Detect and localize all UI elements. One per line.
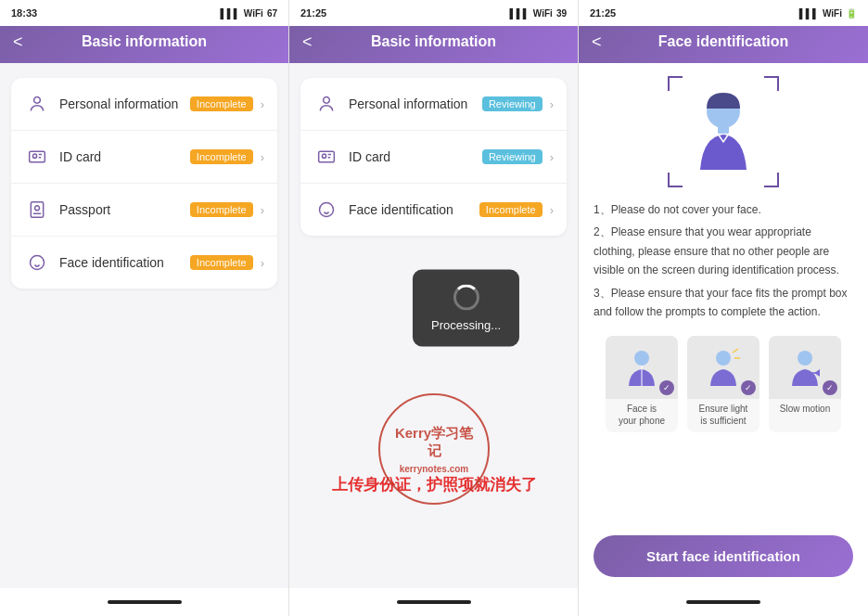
corner-bl — [668, 173, 683, 187]
face-frame — [668, 76, 779, 187]
start-face-id-button[interactable]: Start face identification — [594, 535, 853, 577]
panel-1: 18:33 ▌▌▌ WiFi 67 < Basic information Pe… — [0, 0, 289, 616]
check-slow: ✓ — [823, 380, 837, 395]
corner-tl — [668, 76, 683, 91]
id-icon-2 — [313, 144, 339, 170]
face-icon-2 — [313, 197, 339, 223]
badge-face-1: Incomplete — [190, 255, 253, 270]
status-bar-2: 21:25 ▌▌▌ WiFi 39 — [289, 0, 578, 26]
chevron-p2-2: › — [550, 150, 554, 164]
svg-point-4 — [35, 206, 40, 211]
face-frame-area — [594, 76, 853, 187]
list-item-passport-1[interactable]: Passport Incomplete › — [11, 184, 277, 237]
app-header-3: < Face identification — [579, 26, 868, 63]
list-item-id-2[interactable]: ID card Reviewing › — [300, 131, 567, 184]
home-indicator-2 — [397, 600, 471, 604]
svg-point-12 — [634, 351, 649, 366]
item-label-face-1: Face identification — [59, 255, 190, 270]
time-2: 21:25 — [300, 7, 326, 19]
chevron-p2-1: › — [550, 97, 554, 111]
demo-label-light: Ensure lightis sufficient — [687, 399, 760, 432]
demo-img-light: ✓ — [687, 336, 760, 399]
badge-personal-2: Reviewing — [482, 96, 542, 111]
corner-br — [764, 173, 779, 187]
list-item-personal-1[interactable]: Personal information Incomplete › — [11, 78, 277, 131]
chevron-2: › — [261, 150, 264, 164]
stamp: Kerry学习笔记 kerrynotes.com — [378, 393, 490, 505]
battery-icon: 67 — [267, 8, 277, 19]
chevron-p2-3: › — [550, 203, 554, 217]
person-icon-1 — [24, 91, 50, 117]
face-content: 1、Please do not cover your face. 2、Pleas… — [579, 63, 868, 535]
instruction-1: 1、Please do not cover your face. — [594, 200, 853, 219]
item-label-id-1: ID card — [59, 149, 190, 164]
time-3: 21:25 — [590, 7, 616, 19]
status-bar-3: 21:25 ▌▌▌ WiFi 🔋 — [579, 0, 868, 26]
item-label-id-2: ID card — [349, 149, 482, 164]
passport-icon-1 — [24, 197, 50, 223]
stamp-overlay: Kerry学习笔记 kerrynotes.com — [378, 393, 490, 505]
item-label-face-2: Face identification — [349, 202, 479, 217]
corner-tr — [764, 76, 779, 91]
wifi-icon-3: WiFi — [823, 8, 842, 19]
menu-card-1: Personal information Incomplete › ID car… — [11, 78, 277, 289]
time-1: 18:33 — [11, 7, 37, 19]
back-button-2[interactable]: < — [302, 32, 313, 52]
battery-icon-3: 🔋 — [846, 8, 857, 19]
header-title-3: Face identification — [658, 33, 788, 50]
svg-point-0 — [34, 97, 41, 104]
signal-icon-3: ▌▌▌ — [799, 8, 819, 19]
bottom-bar-3 — [579, 588, 868, 616]
person-icon-2 — [313, 91, 339, 117]
list-item-face-2[interactable]: Face identification Incomplete › — [300, 184, 567, 236]
back-button-3[interactable]: < — [592, 32, 602, 52]
bottom-bar-2 — [289, 588, 578, 616]
app-header-1: < Basic information — [0, 26, 288, 63]
face-icon-1 — [24, 250, 50, 276]
chevron-3: › — [261, 203, 264, 217]
svg-point-8 — [322, 154, 326, 158]
status-icons-1: ▌▌▌ WiFi 67 — [221, 8, 277, 19]
chevron-4: › — [261, 256, 264, 270]
status-icons-3: ▌▌▌ WiFi 🔋 — [799, 8, 857, 19]
instructions: 1、Please do not cover your face. 2、Pleas… — [594, 200, 853, 321]
check-light: ✓ — [741, 380, 756, 395]
demo-img-face: ✓ — [606, 336, 678, 399]
svg-point-2 — [32, 154, 36, 158]
status-icons-2: ▌▌▌ WiFi 39 — [510, 8, 567, 19]
instruction-3: 3、Please ensure that your face fits the … — [594, 284, 853, 322]
svg-line-15 — [733, 349, 738, 353]
svg-point-5 — [31, 256, 45, 270]
status-bar-1: 18:33 ▌▌▌ WiFi 67 — [0, 0, 288, 26]
btn-wrap: Start face identification — [579, 535, 868, 588]
badge-face-2: Incomplete — [479, 202, 542, 217]
bottom-bar-1 — [0, 588, 288, 616]
instruction-2: 2、Please ensure that you wear appropriat… — [594, 223, 853, 279]
header-title-2: Basic information — [371, 33, 496, 50]
list-item-id-1[interactable]: ID card Incomplete › — [11, 131, 277, 184]
badge-passport-1: Incomplete — [190, 202, 253, 217]
processing-popup: Processing... — [413, 270, 519, 347]
svg-point-14 — [716, 351, 731, 366]
list-item-face-1[interactable]: Face identification Incomplete › — [11, 237, 277, 289]
battery-icon-2: 39 — [556, 8, 567, 19]
menu-card-2: Personal information Reviewing › ID card… — [300, 78, 567, 236]
demo-label-face: Face isyour phone — [606, 399, 678, 432]
home-indicator-1 — [108, 600, 182, 604]
svg-point-17 — [798, 351, 812, 366]
spinner-icon — [453, 285, 479, 311]
demo-img-slow: ✓ — [769, 336, 841, 399]
app-header-2: < Basic information — [289, 26, 578, 63]
list-item-personal-2[interactable]: Personal information Reviewing › — [300, 78, 567, 131]
svg-rect-11 — [718, 126, 729, 134]
item-label-personal-2: Personal information — [349, 96, 482, 111]
demo-card-face: ✓ Face isyour phone — [606, 336, 678, 432]
svg-point-6 — [324, 97, 330, 104]
home-indicator-3 — [686, 600, 760, 604]
badge-personal-1: Incomplete — [190, 96, 253, 111]
check-face: ✓ — [659, 380, 674, 395]
demo-label-slow: Slow motion — [769, 399, 841, 420]
header-title-1: Basic information — [82, 33, 207, 50]
back-button-1[interactable]: < — [13, 32, 23, 52]
panel-2-wrapper: 21:25 ▌▌▌ WiFi 39 < Basic information — [289, 0, 579, 616]
